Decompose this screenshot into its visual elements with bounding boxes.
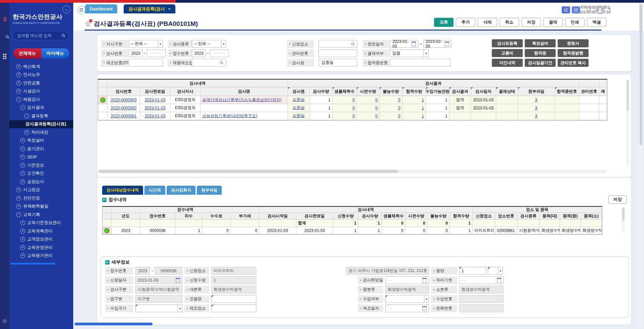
expand-plus-icon[interactable]: +	[16, 196, 21, 201]
grid-link[interactable]: 2023-01-03	[145, 106, 165, 110]
chevron-down-icon[interactable]: ∨	[608, 7, 611, 12]
sidebar-scrollbar[interactable]	[10, 263, 55, 265]
filter-input[interactable]	[321, 51, 355, 56]
sidebar-item-예산회계[interactable]: +예산회계	[9, 62, 73, 71]
calendar-icon[interactable]	[422, 278, 427, 283]
grid-link[interactable]: 1	[422, 114, 424, 119]
calendar-icon[interactable]	[176, 278, 180, 283]
tab-검사대상접수내역[interactable]: 검사대상접수내역	[102, 186, 143, 195]
저장-button[interactable]: 저장	[521, 18, 541, 27]
expand-plus-icon[interactable]: +	[20, 146, 25, 151]
calendar-icon[interactable]	[497, 278, 501, 283]
year-input[interactable]: 2023	[192, 49, 206, 57]
date-to-input[interactable]: 2023-02-05	[423, 40, 452, 48]
sidebar-item-기준정보[interactable]: +기준정보	[9, 161, 73, 170]
receipt-grid-vscrollbar-thumb[interactable]	[622, 207, 625, 221]
expand-plus-icon[interactable]: +	[20, 237, 25, 242]
notifications-bell-icon[interactable]	[586, 6, 592, 14]
추가-button[interactable]: 추가	[456, 18, 475, 27]
filter-select-결재여부[interactable]: 없음▾	[390, 49, 429, 57]
date-from-input[interactable]: 2023-01-03	[390, 40, 418, 48]
grid-hscrollbar-thumb[interactable]	[99, 170, 398, 173]
grid-link[interactable]: 0	[352, 98, 355, 102]
expand-plus-icon[interactable]: +	[24, 130, 29, 135]
엑셀-button[interactable]: 엑셀	[587, 18, 606, 27]
collapse-minus-icon[interactable]: −	[20, 105, 25, 110]
grid-link[interactable]: 1	[422, 106, 424, 110]
row-selector[interactable]: ✓	[102, 227, 112, 234]
검사표등록-button[interactable]: 검사표등록	[492, 39, 523, 47]
calendar-icon[interactable]	[412, 42, 416, 46]
filter-text-제조번호(ITEM)[interactable]	[129, 59, 163, 66]
관리번호 복사-button[interactable]: 관리번호 복사	[558, 59, 589, 67]
filter-input[interactable]	[321, 41, 351, 47]
sidebar-item-안전공통[interactable]: +안전공통	[9, 79, 73, 87]
sidebar-item-처리대장[interactable]: +처리대장	[9, 128, 73, 137]
filter-text-검사원[interactable]	[318, 59, 357, 66]
sidebar-item-교육평가관리[interactable]: +교육평가관리	[9, 252, 73, 260]
text-field[interactable]: 1	[459, 267, 486, 275]
sidebar-item-사고점검[interactable]: +사고점검	[9, 186, 73, 194]
grid-link[interactable]: 김종일	[293, 105, 305, 111]
select-field-수입여부[interactable]: ▾	[385, 295, 429, 303]
sidebar-item-결과등록[interactable]: −결과등록	[9, 112, 73, 120]
sidebar-item-용기관리[interactable]: +용기관리	[9, 145, 73, 153]
grid-link[interactable]: 0	[398, 106, 400, 110]
합격증-button[interactable]: 합격증	[525, 49, 556, 57]
교통비-button[interactable]: 교통비	[492, 49, 523, 57]
open-popup-icon[interactable]	[572, 6, 580, 13]
sidebar-item-유해화학물질[interactable]: +유해화학물질	[9, 202, 73, 211]
favorite-star-icon[interactable]: ☆	[85, 20, 91, 28]
expand-plus-icon[interactable]: +	[16, 204, 21, 209]
expand-plus-icon[interactable]: +	[20, 163, 25, 168]
grid-link[interactable]: 김종일	[293, 97, 305, 103]
all-menu-button[interactable]: 전체메뉴	[13, 48, 41, 58]
filter-search-제품제조업소[interactable]	[192, 59, 226, 66]
grid-link[interactable]: 1	[422, 98, 424, 102]
expand-plus-icon[interactable]: +	[16, 72, 21, 77]
expand-plus-icon[interactable]: +	[16, 89, 21, 94]
expand-plus-icon[interactable]: +	[20, 154, 25, 159]
page-hscrollbar-thumb[interactable]	[75, 323, 153, 325]
검사일괄기안-button[interactable]: 검사일괄기안	[525, 59, 556, 67]
year-input[interactable]: 2023	[129, 49, 143, 57]
collapse-minus-icon[interactable]: −	[16, 97, 21, 102]
grid-link[interactable]: 0	[375, 106, 378, 110]
grid-link[interactable]: 0	[398, 98, 400, 102]
close-icon[interactable]: ×	[168, 6, 171, 11]
특정설비-button[interactable]: 특정설비	[525, 39, 556, 47]
인쇄-button[interactable]: 인쇄	[565, 18, 585, 27]
filter-search-신청업소[interactable]	[318, 40, 357, 48]
filter-input[interactable]	[321, 60, 355, 65]
unit-select[interactable]: ▾	[488, 267, 503, 275]
date-field-검사희망일[interactable]: - -	[385, 276, 429, 284]
text-field-모델명[interactable]	[211, 295, 256, 303]
각인내역-button[interactable]: 각인내역	[492, 59, 523, 67]
date-field-처리기한[interactable]: - -	[459, 276, 504, 284]
grid-link[interactable]: 2023-0000003	[111, 98, 136, 102]
filter-input[interactable]	[194, 60, 220, 65]
expand-plus-icon[interactable]: +	[16, 187, 21, 192]
expand-plus-icon[interactable]: +	[20, 171, 25, 176]
sidebar-item-시설검사[interactable]: +시설검사	[9, 87, 73, 96]
expand-plus-icon[interactable]: +	[16, 64, 21, 69]
grid-link[interactable]: X	[535, 114, 538, 119]
search-icon[interactable]	[220, 61, 224, 65]
select-field-수입국가[interactable]: ▾	[135, 304, 182, 312]
결재-button[interactable]: 결재	[543, 18, 563, 27]
grid-link[interactable]: 2023-01-03	[145, 114, 165, 119]
save-button[interactable]: 저장	[608, 195, 627, 204]
sidebar-item-공장심사[interactable]: +공장심사	[9, 178, 73, 186]
expand-plus-icon[interactable]: +	[20, 220, 25, 225]
expand-plus-icon[interactable]: +	[16, 81, 21, 86]
expand-plus-icon[interactable]: +	[20, 229, 25, 234]
date-field-제조일자[interactable]: - -	[385, 304, 429, 312]
tab-검사결과등록(검사[interactable]: 검사결과등록(검사×	[124, 4, 175, 13]
collapse-minus-icon[interactable]: −	[16, 212, 21, 217]
row-selector[interactable]: ✓	[98, 96, 108, 104]
sidebar-item-진단인증[interactable]: +진단인증	[9, 194, 73, 202]
collapse-minus-icon[interactable]: −	[24, 113, 29, 119]
filter-text-합격증번호[interactable]	[390, 59, 450, 66]
grid-link[interactable]: 0	[375, 114, 378, 119]
menu-grid-icon[interactable]	[0, 54, 9, 59]
